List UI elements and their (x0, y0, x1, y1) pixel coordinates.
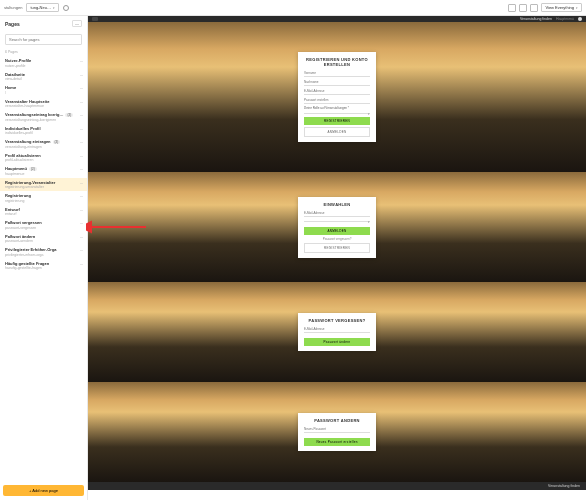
email-input[interactable] (304, 210, 370, 217)
page-dropdown[interactable]: tung-Neu… ▾ (26, 3, 58, 12)
privacy-dropdown[interactable]: View Everything ▾ (541, 3, 582, 12)
annotation-arrow (86, 218, 148, 236)
page-item-menu-icon[interactable]: ⋯ (80, 181, 83, 185)
page-item-slug: view-detail (5, 77, 82, 81)
page-item-menu-icon[interactable]: ⋯ (80, 194, 83, 198)
sidebar-page-item[interactable]: Veranstaltungseintrag korrig…(2)veransta… (0, 110, 87, 124)
password-input[interactable] (304, 97, 370, 104)
page-item-title: Entwurf (5, 207, 82, 212)
page-item-title: Home (5, 85, 82, 90)
sidebar-page-item[interactable]: Registrierungregistrierung⋯ (0, 191, 87, 205)
page-item-menu-icon[interactable]: ⋯ (80, 100, 83, 104)
login-card: EINWÄHLEN ANMELDEN Passwort vergessen? R… (298, 197, 376, 258)
sidebar-page-item[interactable]: Entwurfentwurf⋯ (0, 205, 87, 219)
card-title: EINWÄHLEN (304, 202, 370, 207)
firstname-input[interactable] (304, 70, 370, 77)
page-item-title: Häufig gestellte Fragen (5, 261, 82, 266)
page-item-slug: registrierung (5, 199, 82, 203)
register-card: REGISTRIEREN UND KONTO ERSTELLEN Deine R… (298, 52, 376, 142)
reset-button[interactable]: Passwort ändern (304, 338, 370, 346)
page-item-slug: veranstalter-hauptmenue (5, 104, 82, 108)
nav-link-1[interactable]: Veranstaltung finden (520, 17, 552, 21)
card-title: PASSWORT VERGESSEN? (304, 318, 370, 323)
sidebar-page-item[interactable]: Häufig gestellte Fragenhaeufig-gestellte… (0, 259, 87, 273)
login-alt-button[interactable]: ANMELDEN (304, 127, 370, 137)
page-item-slug: nutzer-profile (5, 64, 82, 68)
page-item-slug: individuelles-profil (5, 131, 82, 135)
card-title: PASSWORT ÄNDERN (304, 418, 370, 423)
sidebar-page-item[interactable]: Veranstaltung eintragen(2)veranstaltung-… (0, 137, 87, 151)
collapse-icon[interactable]: — (72, 20, 82, 27)
forgot-card: PASSWORT VERGESSEN? Passwort ändern (298, 313, 376, 351)
page-item-title: Privilegierter Erhöher-Orga (5, 247, 82, 252)
mobile-view-icon[interactable] (530, 4, 538, 12)
count-badge: (2) (65, 113, 73, 117)
page-item-menu-icon[interactable]: ⋯ (80, 221, 83, 225)
register-alt-button[interactable]: REGISTRIEREN (304, 243, 370, 253)
role-question: Deine Rolle auf Veranstaltungen * (304, 106, 370, 110)
sidebar-page-item[interactable]: Datailseiteview-detail⋯ (0, 70, 87, 84)
register-button[interactable]: REGISTRIEREN (304, 117, 370, 125)
desktop-view-icon[interactable] (508, 4, 516, 12)
nav-link-2[interactable]: Hauptmenü (556, 17, 574, 21)
page-item-title: Datailseite (5, 72, 82, 77)
page-item-menu-icon[interactable]: ⋯ (80, 167, 83, 171)
page-item-menu-icon[interactable]: ⋯ (80, 59, 83, 63)
section-login: EINWÄHLEN ANMELDEN Passwort vergessen? R… (88, 172, 586, 282)
sidebar-page-item[interactable]: Individuelles Profilindividuelles-profil… (0, 124, 87, 138)
count-badge: (2) (29, 167, 37, 171)
change-button[interactable]: Neues Passwort erstellen (304, 438, 370, 446)
page-item-menu-icon[interactable]: ⋯ (80, 86, 83, 90)
newpass-input[interactable] (304, 426, 370, 433)
forgot-link[interactable]: Passwort vergessen? (304, 237, 370, 241)
footer-link[interactable]: Veranstaltung finden (548, 484, 580, 488)
card-title: REGISTRIEREN UND KONTO ERSTELLEN (304, 57, 370, 67)
email-input[interactable] (304, 326, 370, 333)
page-count: 6 Pages (0, 48, 87, 56)
login-button[interactable]: ANMELDEN (304, 227, 370, 235)
gear-icon[interactable] (63, 5, 69, 11)
page-item-menu-icon[interactable]: ⋯ (80, 113, 83, 117)
sidebar-page-item[interactable]: Hauptmenü(2)hauptmenue⋯ (0, 164, 87, 178)
role-select[interactable] (304, 111, 370, 114)
avatar[interactable] (578, 17, 582, 21)
chevron-down-icon: ▾ (576, 6, 578, 10)
page-item-menu-icon[interactable]: ⋯ (80, 154, 83, 158)
email-input[interactable] (304, 88, 370, 95)
page-item-title: Paßwort ändern (5, 234, 82, 239)
page-item-menu-icon[interactable]: ⋯ (80, 73, 83, 77)
sidebar-page-item[interactable]: Profil aktualisierenprofil-aktualisieren… (0, 151, 87, 165)
sidebar-page-item[interactable]: Registrierung-Veranstalterregistrierung-… (0, 178, 87, 192)
page-item-menu-icon[interactable]: ⋯ (80, 140, 83, 144)
page-item-title: Veranstaltung eintragen(2) (5, 139, 82, 144)
page-item-title: Veranstaltungseintrag korrig…(2) (5, 112, 82, 117)
sidebar-page-item[interactable]: Nutzer-Profilenutzer-profile⋯ (0, 56, 87, 70)
page-item-menu-icon[interactable]: ⋯ (80, 235, 83, 239)
page-item-title: Registrierung (5, 193, 82, 198)
page-item-menu-icon[interactable]: ⋯ (80, 262, 83, 266)
tablet-view-icon[interactable] (519, 4, 527, 12)
password-input[interactable] (304, 219, 370, 222)
sidebar-page-item[interactable]: Paßwort vergessenpasswort-vergessen⋯ (0, 218, 87, 232)
sidebar-page-item[interactable]: Paßwort ändernpasswort-aendern⋯ (0, 232, 87, 246)
breadcrumb-2: tung-Neu… (30, 5, 50, 10)
page-item-title: Veranstalter Hauptseite (5, 99, 82, 104)
sidebar-page-item[interactable]: Home/⋯ (0, 83, 87, 97)
page-item-menu-icon[interactable]: ⋯ (80, 248, 83, 252)
privacy-label: View Everything (545, 5, 574, 10)
page-item-menu-icon[interactable]: ⋯ (80, 127, 83, 131)
preview-canvas: Veranstaltung finden Hauptmenü REGISTRIE… (88, 16, 586, 500)
search-input[interactable] (5, 34, 82, 45)
sidebar-page-item[interactable]: Privilegierter Erhöher-Orgaprivilegierte… (0, 245, 87, 259)
page-item-slug: registrierung-veranstalter (5, 185, 82, 189)
page-item-slug: haeufig-gestellte-fragen (5, 266, 82, 270)
pages-sidebar: Pages — 6 Pages Nutzer-Profilenutzer-pro… (0, 16, 88, 500)
breadcrumb-1: staltungen (4, 5, 22, 10)
lastname-input[interactable] (304, 79, 370, 86)
page-item-title: Registrierung-Veranstalter (5, 180, 82, 185)
page-item-menu-icon[interactable]: ⋯ (80, 208, 83, 212)
change-card: PASSWORT ÄNDERN Neues Passwort erstellen (298, 413, 376, 451)
sidebar-page-item[interactable]: Veranstalter Hauptseiteveranstalter-haup… (0, 97, 87, 111)
page-item-slug: passwort-aendern (5, 239, 82, 243)
add-page-button[interactable]: + Add new page (3, 485, 84, 496)
